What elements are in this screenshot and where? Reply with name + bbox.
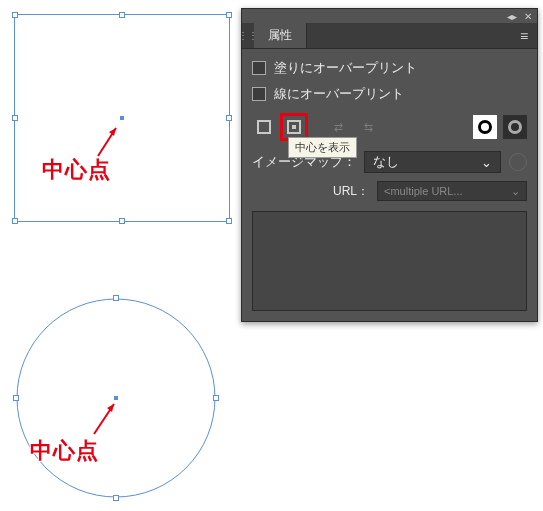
overprint-fill-row[interactable]: 塗りにオーバープリント — [252, 55, 527, 81]
tab-attributes[interactable]: 属性 — [254, 23, 307, 48]
url-field[interactable]: <multiple URL... ⌄ — [377, 181, 527, 201]
url-row: URL： <multiple URL... ⌄ — [252, 177, 527, 211]
overprint-stroke-label: 線にオーバープリント — [274, 85, 404, 103]
panel-menu-icon[interactable]: ≡ — [511, 23, 537, 49]
panel-topbar: ◂▸ ✕ — [242, 9, 537, 23]
preview-area — [252, 211, 527, 311]
ring-icon — [478, 120, 492, 134]
icon-strip: ⇄ ⇆ 中心を表示 — [252, 107, 527, 147]
swap-icon: ⇄ — [329, 121, 347, 134]
swap-icon: ⇆ — [359, 121, 377, 134]
handle-tm[interactable] — [119, 12, 125, 18]
browser-icon — [509, 153, 527, 171]
reverse-path-button-2: ⇆ — [356, 115, 380, 139]
square-dot-icon — [287, 120, 301, 134]
handle-bm[interactable] — [119, 218, 125, 224]
handle-bl[interactable] — [12, 218, 18, 224]
hide-center-button[interactable] — [252, 115, 276, 139]
image-map-value: なし — [373, 153, 399, 171]
anchor-left[interactable] — [13, 395, 19, 401]
checkbox-overprint-stroke[interactable] — [252, 87, 266, 101]
show-center-button[interactable] — [282, 115, 306, 139]
grip-icon[interactable]: ⋮⋮ — [242, 23, 254, 49]
anchor-right[interactable] — [213, 395, 219, 401]
handle-tr[interactable] — [226, 12, 232, 18]
collapse-icon[interactable]: ◂▸ — [507, 11, 517, 21]
panel-body: 塗りにオーバープリント 線にオーバープリント ⇄ ⇆ — [242, 49, 537, 321]
reverse-path-button: ⇄ — [326, 115, 350, 139]
selected-ellipse[interactable] — [16, 298, 216, 498]
anchor-top[interactable] — [113, 295, 119, 301]
tab-row: ⋮⋮ 属性 ≡ — [242, 23, 537, 49]
selected-rectangle[interactable] — [14, 14, 230, 222]
image-map-select[interactable]: なし ⌄ — [364, 151, 501, 173]
handle-ml[interactable] — [12, 115, 18, 121]
even-odd-rule-button[interactable] — [473, 115, 497, 139]
center-point[interactable] — [120, 116, 124, 120]
handle-br[interactable] — [226, 218, 232, 224]
url-placeholder: <multiple URL... — [384, 185, 463, 197]
annotation-label-circle: 中心点 — [30, 436, 99, 466]
url-label: URL： — [333, 183, 369, 200]
chevron-down-icon: ⌄ — [481, 155, 492, 170]
checkbox-overprint-fill[interactable] — [252, 61, 266, 75]
overprint-fill-label: 塗りにオーバープリント — [274, 59, 417, 77]
handle-mr[interactable] — [226, 115, 232, 121]
handle-tl[interactable] — [12, 12, 18, 18]
ring-icon — [508, 120, 522, 134]
tooltip-show-center: 中心を表示 — [288, 137, 357, 158]
close-icon[interactable]: ✕ — [523, 11, 533, 21]
overprint-stroke-row[interactable]: 線にオーバープリント — [252, 81, 527, 107]
annotation-label-square: 中心点 — [42, 155, 111, 185]
non-zero-rule-button[interactable] — [503, 115, 527, 139]
anchor-bottom[interactable] — [113, 495, 119, 501]
square-icon — [257, 120, 271, 134]
center-point[interactable] — [114, 396, 118, 400]
attributes-panel: ◂▸ ✕ ⋮⋮ 属性 ≡ 塗りにオーバープリント 線にオーバープリント ⇄ — [241, 8, 538, 322]
chevron-down-icon: ⌄ — [511, 185, 520, 198]
